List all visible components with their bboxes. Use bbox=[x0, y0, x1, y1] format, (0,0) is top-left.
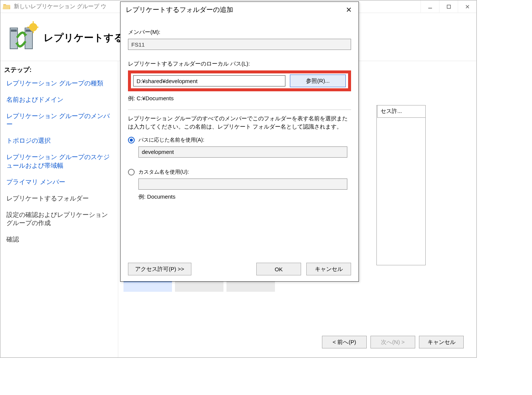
back-button[interactable]: < 前へ(P) bbox=[322, 336, 367, 348]
wizard-footer: < 前へ(P) 次へ(N) > キャンセル bbox=[0, 336, 476, 348]
maximize-button[interactable] bbox=[439, 0, 458, 13]
cancel-button[interactable]: キャンセル bbox=[419, 336, 464, 348]
radio-use-custom-name[interactable]: カスタム名を使用(U): bbox=[128, 169, 351, 176]
svg-rect-3 bbox=[11, 29, 17, 32]
name-description: レプリケーション グループのすべてのメンバーでこのフォルダーを表す名前を選択また… bbox=[128, 114, 351, 131]
add-folder-dialog: レプリケートするフォルダーの追加 メンバー(M): レプリケートするフォルダーの… bbox=[120, 1, 359, 282]
minimize-button[interactable] bbox=[420, 0, 439, 13]
step-confirm: 確認 bbox=[6, 236, 113, 244]
local-path-label: レプリケートするフォルダーのローカル パス(L): bbox=[128, 60, 351, 67]
window-buttons bbox=[420, 0, 476, 13]
wizard-main-buttons-shadow bbox=[123, 281, 275, 292]
local-path-input[interactable] bbox=[133, 75, 285, 86]
steps-label: ステップ: bbox=[4, 66, 113, 74]
dialog-body: メンバー(M): レプリケートするフォルダーのローカル パス(L): 参照(R)… bbox=[121, 18, 359, 206]
step-folders-to-replicate: レプリケートするフォルダー bbox=[6, 195, 113, 203]
folder-open-icon bbox=[3, 3, 11, 11]
svg-rect-0 bbox=[428, 8, 432, 9]
dialog-close-button[interactable] bbox=[343, 4, 355, 16]
radio-custom-name-label: カスタム名を使用(U): bbox=[138, 169, 189, 176]
step-name-and-domain[interactable]: 名前およびドメイン bbox=[6, 96, 113, 104]
radio-path-name-label: パスに応じた名前を使用(A): bbox=[138, 137, 204, 143]
step-primary-member[interactable]: プライマリ メンバー bbox=[6, 178, 113, 186]
dialog-footer: アクセス許可(P) >> OK キャンセル bbox=[128, 263, 351, 275]
permissions-button[interactable]: アクセス許可(P) >> bbox=[128, 263, 191, 275]
member-label: メンバー(M): bbox=[128, 29, 351, 36]
step-replication-group-type[interactable]: レプリケーション グループの種類 bbox=[6, 79, 113, 88]
browse-button[interactable]: 参照(R)... bbox=[290, 75, 346, 87]
dialog-title: レプリケートするフォルダーの追加 bbox=[126, 5, 233, 14]
ghost-add-button bbox=[123, 281, 172, 292]
right-panel bbox=[376, 105, 426, 265]
svg-rect-1 bbox=[447, 5, 450, 9]
ok-button[interactable]: OK bbox=[256, 263, 301, 275]
step-topology[interactable]: トポロジの選択 bbox=[6, 137, 113, 145]
path-name-field bbox=[138, 146, 347, 158]
ghost-remove-button bbox=[226, 281, 275, 292]
svg-point-8 bbox=[29, 23, 37, 31]
section-divider bbox=[128, 110, 351, 110]
dialog-cancel-button[interactable]: キャンセル bbox=[306, 263, 351, 275]
server-replication-icon bbox=[6, 21, 38, 54]
permissions-column-partial: セス許... bbox=[377, 105, 426, 118]
local-path-example: 例: C:¥Documents bbox=[128, 95, 351, 102]
radio-custom-name-icon[interactable] bbox=[128, 169, 135, 176]
dialog-titlebar: レプリケートするフォルダーの追加 bbox=[121, 2, 359, 18]
ghost-edit-button bbox=[175, 281, 223, 292]
local-path-highlight: 参照(R)... bbox=[128, 70, 351, 91]
step-schedule-bandwidth[interactable]: レプリケーション グループのスケジュールおよび帯域幅 bbox=[6, 153, 113, 170]
step-review-create: 設定の確認およびレプリケーション グループの作成 bbox=[6, 211, 113, 227]
member-field bbox=[128, 39, 351, 50]
close-button[interactable] bbox=[458, 0, 476, 13]
custom-name-field bbox=[138, 178, 347, 190]
radio-use-path-name[interactable]: パスに応じた名前を使用(A): bbox=[128, 137, 351, 143]
custom-name-example: 例: Documents bbox=[138, 193, 351, 200]
wizard-title: 新しいレプリケーション グループ ウ bbox=[14, 3, 106, 10]
steps-panel: ステップ: レプリケーション グループの種類 名前およびドメイン レプリケーショ… bbox=[0, 61, 118, 357]
step-group-members[interactable]: レプリケーション グループのメンバー bbox=[6, 112, 113, 129]
next-button: 次へ(N) > bbox=[370, 336, 415, 348]
steps-list: レプリケーション グループの種類 名前およびドメイン レプリケーション グループ… bbox=[4, 79, 113, 244]
radio-path-name-icon[interactable] bbox=[128, 137, 135, 143]
